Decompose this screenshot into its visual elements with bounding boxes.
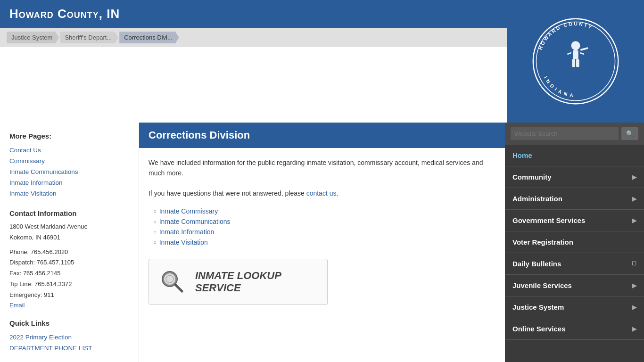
tipline: Tip Line: 765.614.3372 (9, 280, 129, 289)
content-question: If you have questions that were not answ… (149, 188, 495, 198)
breadcrumb: Justice System Sheriff's Depart... Corre… (0, 28, 507, 47)
nav-item-community: Community ▶ (505, 166, 644, 188)
quick-link-phone-list[interactable]: DEPARTMENT PHONE LIST (9, 343, 129, 354)
nav-link-community[interactable]: Community ▶ (505, 166, 644, 188)
question-text: If you have questions that were not answ… (149, 189, 305, 197)
nav-arrow-juvenile-services: ▶ (632, 282, 636, 289)
quick-link-election[interactable]: 2022 Primary Election (9, 332, 129, 343)
link-inmate-information[interactable]: Inmate Information (159, 228, 215, 236)
fax: Fax: 765.456.2145 (9, 269, 129, 279)
nav-label-home: Home (512, 151, 532, 159)
page-title: Corrections Division (149, 129, 250, 141)
nav-label-government-services: Government Services (512, 216, 585, 224)
dispatch: Dispatch: 765.457.1105 (9, 258, 129, 268)
magnify-icon (158, 268, 187, 296)
address-line2: Kokomo, IN 46901 (9, 233, 129, 243)
nav-label-juvenile-services: Juvenile Services (512, 281, 572, 289)
question-period: . (336, 189, 338, 197)
address-line1: 1800 West Markland Avenue (9, 222, 129, 232)
nav-link-voter-registration[interactable]: Voter Registration (505, 231, 644, 253)
link-inmate-commissary[interactable]: Inmate Commissary (159, 207, 218, 215)
nav-label-online-services: Online Services (512, 325, 566, 333)
inmate-lookup-banner[interactable]: INMATE LOOKUP SERVICE (149, 259, 328, 305)
left-sidebar: More Pages: Contact Us Commissary Inmate… (0, 123, 139, 362)
nav-item-home: Home (505, 145, 644, 166)
emergency: Emergency: 911 (9, 290, 129, 300)
right-nav-panel: 🔍 Home Community ▶ Administration ▶ (505, 123, 644, 362)
quick-links-title: Quick Links (9, 319, 129, 327)
search-button[interactable]: 🔍 (621, 127, 638, 140)
nav-arrow-administration: ▶ (632, 196, 636, 202)
nav-link-home[interactable]: Home (505, 145, 644, 166)
nav-item-online-services: Online Services ▶ (505, 318, 644, 340)
sidebar-link-commissary[interactable]: Commissary (9, 156, 129, 166)
nav-item-justice-system: Justice System ▶ (505, 296, 644, 318)
nav-arrow-online-services: ▶ (632, 326, 636, 332)
nav-arrow-community: ▶ (632, 174, 636, 181)
breadcrumb-item-1[interactable]: Justice System (7, 32, 59, 43)
breadcrumb-item-2[interactable]: Sheriff's Depart... (60, 32, 118, 43)
sidebar-link-inmate-visitation[interactable]: Inmate Visitation (9, 188, 129, 199)
breadcrumb-item-3[interactable]: Corrections Divi... (119, 32, 179, 43)
svg-point-5 (571, 41, 580, 50)
sidebar-link-inmate-information[interactable]: Inmate Information (9, 177, 129, 188)
nav-item-administration: Administration ▶ (505, 188, 644, 210)
inmate-links-list: Inmate Commissary Inmate Communications … (149, 206, 495, 247)
county-seal-area: HOWARD COUNTY INDIANA (507, 0, 644, 123)
svg-rect-6 (573, 50, 578, 59)
svg-rect-9 (572, 59, 575, 67)
sidebar-link-inmate-communications[interactable]: Inmate Communications (9, 166, 129, 177)
nav-label-daily-bulletins: Daily Bulletins (512, 260, 561, 268)
email-link[interactable]: Email (9, 302, 25, 309)
nav-arrow-government-services: ▶ (632, 217, 636, 224)
nav-item-juvenile-services: Juvenile Services ▶ (505, 275, 644, 296)
nav-item-daily-bulletins: Daily Bulletins ☐ (505, 253, 644, 275)
contact-info-title: Contact Information (9, 209, 129, 217)
more-pages-title: More Pages: (9, 132, 129, 140)
contact-us-link[interactable]: contact us (306, 189, 337, 197)
page-title-bar: Corrections Division (139, 123, 505, 148)
sidebar-link-contact-us[interactable]: Contact Us (9, 145, 129, 156)
nav-label-community: Community (512, 173, 552, 181)
nav-link-justice-system[interactable]: Justice System ▶ (505, 296, 644, 318)
search-bar: 🔍 (505, 123, 644, 145)
phone: Phone: 765.456.2020 (9, 247, 129, 257)
main-content: Corrections Division We have included in… (139, 123, 505, 362)
search-input[interactable] (511, 127, 619, 140)
inmate-lookup-text: INMATE LOOKUP SERVICE (195, 270, 318, 295)
nav-link-juvenile-services[interactable]: Juvenile Services ▶ (505, 275, 644, 296)
svg-line-14 (175, 285, 182, 291)
nav-menu: Home Community ▶ Administration ▶ Govern… (505, 145, 644, 340)
nav-arrow-justice-system: ▶ (632, 304, 636, 311)
nav-item-government-services: Government Services ▶ (505, 210, 644, 231)
nav-link-online-services[interactable]: Online Services ▶ (505, 318, 644, 339)
nav-label-administration: Administration (512, 195, 562, 203)
nav-item-voter-registration: Voter Registration (505, 231, 644, 253)
external-link-icon: ☐ (632, 261, 636, 267)
main-layout: More Pages: Contact Us Commissary Inmate… (0, 123, 644, 362)
nav-link-daily-bulletins[interactable]: Daily Bulletins ☐ (505, 253, 644, 274)
link-inmate-communications[interactable]: Inmate Communications (159, 218, 231, 225)
nav-label-voter-registration: Voter Registration (512, 238, 573, 246)
svg-rect-10 (576, 59, 579, 67)
nav-link-administration[interactable]: Administration ▶ (505, 188, 644, 209)
nav-link-government-services[interactable]: Government Services ▶ (505, 210, 644, 231)
nav-label-justice-system: Justice System (512, 303, 564, 311)
site-header: Howard County, IN (0, 0, 507, 28)
content-description: We have included information for the pub… (149, 157, 495, 179)
link-inmate-visitation[interactable]: Inmate Visitation (159, 239, 208, 246)
site-title: Howard County, IN (9, 7, 120, 21)
county-seal: HOWARD COUNTY INDIANA (531, 16, 620, 106)
search-icon: 🔍 (626, 130, 634, 137)
